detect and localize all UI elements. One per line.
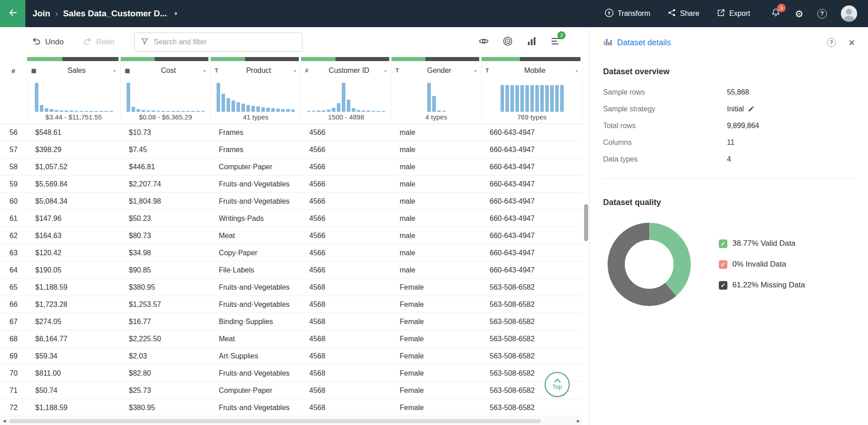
cell-sales[interactable]: $398.29 — [27, 141, 121, 158]
cell-cost[interactable]: $34.98 — [121, 244, 211, 262]
cell-mobile[interactable]: 660-643-4947 — [481, 244, 583, 262]
cell-gender[interactable]: male — [392, 227, 481, 244]
cell-gender[interactable]: Female — [392, 296, 481, 313]
cell-product[interactable]: Computer·Paper — [211, 382, 301, 399]
column-histogram[interactable] — [301, 79, 391, 112]
chevron-down-icon[interactable]: ▾ — [203, 68, 206, 73]
table-row[interactable]: 58 $1,057.52 $446.81 Computer·Paper 4566… — [0, 158, 583, 176]
cell-cost[interactable]: $90.85 — [121, 262, 211, 279]
column-header[interactable]: # Customer ID ▾ 1500 - 4898 — [301, 57, 392, 124]
cell-mobile[interactable]: 563-508-6582 — [481, 296, 583, 313]
cell-gender[interactable]: Female — [392, 399, 481, 416]
table-row[interactable]: 67 $274.05 $16.77 Binding·Supplies 4568 … — [0, 313, 583, 330]
cell-gender[interactable]: male — [392, 158, 481, 176]
cell-mobile[interactable]: 563-508-6582 — [481, 313, 583, 330]
table-row[interactable]: 66 $1,723.28 $1,253.57 Fruits·and·Vegeta… — [0, 296, 583, 313]
table-row[interactable]: 57 $398.29 $7.45 Frames 4566 male 660-64… — [0, 141, 583, 158]
chevron-down-icon[interactable]: ▾ — [294, 68, 296, 73]
cell-sales[interactable]: $274.05 — [27, 313, 121, 330]
scroll-to-top-button[interactable]: Top — [545, 372, 570, 397]
cell-product[interactable]: Fruits·and·Vegetables — [211, 399, 301, 416]
cell-cost[interactable]: $2.03 — [121, 348, 211, 365]
cell-gender[interactable]: male — [392, 193, 481, 210]
cell-mobile[interactable]: 563-508-6582 — [481, 279, 583, 296]
scroll-right-icon[interactable]: ▶ — [576, 419, 581, 423]
cell-sales[interactable]: $120.42 — [27, 244, 121, 262]
table-row[interactable]: 65 $1,188.59 $380.95 Fruits·and·Vegetabl… — [0, 279, 583, 296]
cell-cost[interactable]: $50.23 — [121, 210, 211, 227]
chevron-down-icon[interactable]: ▾ — [384, 68, 387, 73]
cell-gender[interactable]: Female — [392, 330, 481, 348]
cell-customer-id[interactable]: 4568 — [301, 296, 392, 313]
cell-customer-id[interactable]: 4566 — [301, 124, 392, 141]
scroll-left-icon[interactable]: ◀ — [2, 419, 7, 423]
cell-sales[interactable]: $5,084.34 — [27, 193, 121, 210]
column-histogram[interactable] — [27, 79, 120, 112]
cell-product[interactable]: File·Labels — [211, 262, 301, 279]
cell-gender[interactable]: male — [392, 244, 481, 262]
table-row[interactable]: 70 $811.00 $82.80 Fruits·and·Vegetables … — [0, 365, 583, 382]
cell-sales[interactable]: $1,188.59 — [27, 279, 121, 296]
cell-product[interactable]: Fruits·and·Vegetables — [211, 176, 301, 193]
back-button[interactable] — [0, 0, 25, 27]
cell-cost[interactable]: $7.45 — [121, 141, 211, 158]
table-row[interactable]: 71 $50.74 $25.73 Computer·Paper 4568 Fem… — [0, 382, 583, 399]
settings-button[interactable]: ⚙ — [795, 9, 803, 19]
cell-mobile[interactable]: 660-643-4947 — [481, 124, 583, 141]
cell-cost[interactable]: $2,225.50 — [121, 330, 211, 348]
column-header[interactable]: ▦ Cost ▾ $0.08 - $6,365.29 — [121, 57, 211, 124]
cell-customer-id[interactable]: 4568 — [301, 365, 392, 382]
column-header[interactable]: T Product ▾ 41 types — [211, 57, 301, 124]
chevron-down-icon[interactable]: ▾ — [576, 68, 578, 73]
cell-gender[interactable]: Female — [392, 382, 481, 399]
cell-product[interactable]: Art·Supplies — [211, 348, 301, 365]
cell-cost[interactable]: $25.73 — [121, 382, 211, 399]
cell-product[interactable]: Meat — [211, 227, 301, 244]
cell-cost[interactable]: $380.95 — [121, 279, 211, 296]
cell-cost[interactable]: $10.73 — [121, 124, 211, 141]
breadcrumb-current[interactable]: Sales Data_Customer D... — [63, 9, 167, 19]
column-histogram[interactable] — [121, 79, 210, 112]
checkbox-icon[interactable]: ✓ — [719, 260, 727, 269]
table-row[interactable]: 61 $147.96 $50.23 Writings·Pads 4566 mal… — [0, 210, 583, 227]
cell-mobile[interactable]: 563-508-6582 — [481, 348, 583, 365]
cell-sales[interactable]: $59.34 — [27, 348, 121, 365]
table-row[interactable]: 63 $120.42 $34.98 Copy·Paper 4566 male 6… — [0, 244, 583, 262]
table-row[interactable]: 72 $1,188.59 $380.95 Fruits·and·Vegetabl… — [0, 399, 583, 416]
cell-gender[interactable]: male — [392, 124, 481, 141]
horizontal-scrollbar-thumb[interactable] — [9, 419, 541, 423]
panel-help-icon[interactable]: ? — [827, 38, 836, 47]
chevron-down-icon[interactable]: ▼ — [174, 11, 179, 16]
table-row[interactable]: 60 $5,084.34 $1,804.98 Fruits·and·Vegeta… — [0, 193, 583, 210]
cell-gender[interactable]: Female — [392, 279, 481, 296]
column-header[interactable]: ▦ Sales ▾ $3.44 - $11,751.55 — [27, 57, 121, 124]
cell-product[interactable]: Fruits·and·Vegetables — [211, 279, 301, 296]
cell-sales[interactable]: $190.05 — [27, 262, 121, 279]
cell-customer-id[interactable]: 4568 — [301, 399, 392, 416]
cell-customer-id[interactable]: 4566 — [301, 227, 392, 244]
close-icon[interactable]: ✕ — [848, 38, 855, 47]
cell-customer-id[interactable]: 4566 — [301, 210, 392, 227]
cell-mobile[interactable]: 660-643-4947 — [481, 193, 583, 210]
redo-button[interactable]: Redo — [83, 36, 115, 48]
column-histogram[interactable] — [392, 79, 481, 112]
cell-cost[interactable]: $446.81 — [121, 158, 211, 176]
cell-customer-id[interactable]: 4566 — [301, 176, 392, 193]
cell-sales[interactable]: $548.61 — [27, 124, 121, 141]
cell-gender[interactable]: Female — [392, 365, 481, 382]
search-input[interactable] — [154, 38, 296, 46]
cell-product[interactable]: Meat — [211, 330, 301, 348]
cell-product[interactable]: Fruits·and·Vegetables — [211, 365, 301, 382]
cell-sales[interactable]: $1,188.59 — [27, 399, 121, 416]
cell-product[interactable]: Copy·Paper — [211, 244, 301, 262]
cell-mobile[interactable]: 660-643-4947 — [481, 227, 583, 244]
chevron-down-icon[interactable]: ▾ — [474, 68, 476, 73]
cell-customer-id[interactable]: 4568 — [301, 382, 392, 399]
cell-product[interactable]: Frames — [211, 141, 301, 158]
quality-legend-item[interactable]: ✓ 38.77% Valid Data — [719, 239, 805, 248]
preview-toggle-button[interactable] — [478, 36, 489, 48]
quality-legend-item[interactable]: ✓ 0% Invalid Data — [719, 260, 805, 269]
cell-cost[interactable]: $1,804.98 — [121, 193, 211, 210]
help-button[interactable]: ? — [817, 9, 827, 19]
cell-sales[interactable]: $50.74 — [27, 382, 121, 399]
